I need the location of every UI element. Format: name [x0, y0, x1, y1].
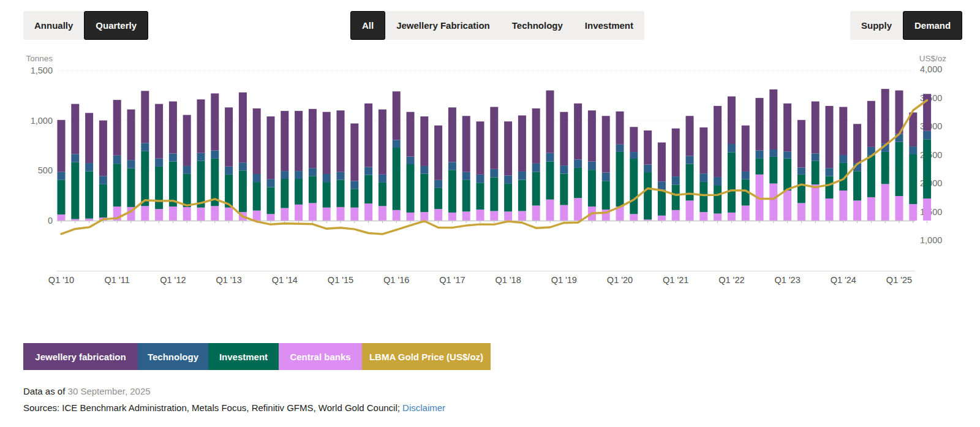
bar-segment	[337, 207, 345, 221]
bar-segment	[155, 209, 163, 221]
bar-segment	[699, 127, 707, 173]
bar-segment	[714, 186, 722, 214]
bar-segment	[839, 107, 847, 155]
bar-segment	[672, 184, 680, 210]
bar-segment	[574, 168, 582, 198]
bar-segment	[728, 144, 736, 152]
bar-segment	[658, 190, 666, 216]
bar-segment	[812, 102, 820, 154]
legend-investment[interactable]: Investment	[208, 343, 279, 370]
bar-segment	[127, 168, 135, 207]
left-axis-title: Tonnes	[26, 54, 53, 63]
legend-jewellery-fabrication[interactable]: Jewellery fabrication	[23, 343, 138, 370]
left-axis-tick: 1,000	[31, 116, 53, 126]
bar-segment	[686, 200, 694, 221]
bar-segment	[839, 155, 847, 163]
data-as-of: Data as of 30 September, 2025	[23, 386, 151, 396]
bar-segment	[239, 170, 247, 212]
legend-lbma-gold-price[interactable]: LBMA Gold Price (US$/oz)	[362, 343, 491, 370]
annually-button[interactable]: Annually	[23, 11, 84, 40]
bar-segment	[756, 158, 764, 175]
bar-segment	[783, 151, 791, 158]
bar-segment	[812, 184, 820, 221]
bar-segment	[699, 182, 707, 212]
x-axis-label: Q1 '20	[607, 275, 633, 285]
bar-segment	[546, 161, 554, 199]
bar-segment	[407, 156, 415, 164]
bar-segment	[323, 182, 331, 208]
bar-segment	[686, 164, 694, 201]
bar-segment	[253, 174, 261, 182]
bar-segment	[58, 214, 66, 221]
bar-segment	[183, 174, 191, 207]
category-all-button[interactable]: All	[350, 11, 385, 40]
bar-segment	[477, 175, 484, 183]
bar-segment	[113, 100, 121, 156]
bar-segment	[797, 120, 805, 168]
bar-segment	[490, 211, 498, 221]
category-jewellery-button[interactable]: Jewellery Fabrication	[385, 11, 501, 40]
x-axis-label: Q1 '13	[216, 275, 241, 285]
bar-segment	[99, 176, 107, 184]
x-axis-label: Q1 '12	[160, 275, 186, 285]
bar-segment	[448, 213, 456, 221]
demand-button[interactable]: Demand	[903, 11, 962, 40]
bar-segment	[379, 183, 386, 206]
left-axis-tick: 500	[38, 165, 53, 175]
bar-segment	[350, 181, 358, 189]
x-axis-label: Q1 '10	[48, 275, 74, 285]
bar-segment	[560, 112, 568, 165]
bar-segment	[797, 203, 805, 221]
bar-segment	[490, 177, 498, 211]
bar-segment	[728, 96, 736, 144]
bar-segment	[281, 171, 288, 179]
bar-segment	[769, 184, 777, 221]
bar-segment	[197, 99, 205, 153]
bar-segment	[420, 116, 428, 166]
flow-toggle-group: Supply Demand	[850, 11, 962, 40]
bar-segment	[909, 154, 917, 204]
disclaimer-link[interactable]: Disclaimer	[402, 402, 445, 413]
bar-segment	[867, 197, 875, 221]
x-axis-label: Q1 '21	[663, 275, 688, 285]
bar-segment	[211, 93, 219, 150]
bar-segment	[323, 174, 331, 182]
bar-segment	[211, 206, 219, 221]
bar-segment	[909, 204, 917, 221]
bar-segment	[462, 211, 470, 221]
bar-segment	[183, 166, 191, 174]
bar-segment	[350, 124, 358, 181]
bar-segment	[281, 208, 288, 221]
bar-segment	[434, 209, 442, 221]
category-technology-button[interactable]: Technology	[501, 11, 574, 40]
category-investment-button[interactable]: Investment	[574, 11, 644, 40]
x-axis-label: Q1 '16	[383, 275, 409, 285]
bar-segment	[393, 140, 401, 148]
x-axis-label: Q1 '24	[831, 275, 856, 285]
bar-segment	[602, 173, 610, 181]
bar-segment	[197, 153, 205, 161]
bar-segment	[881, 89, 889, 143]
bar-segment	[686, 116, 694, 156]
bar-segment	[225, 107, 233, 166]
bar-segment	[85, 219, 93, 221]
bar-segment	[560, 205, 568, 221]
quarterly-button[interactable]: Quarterly	[84, 11, 148, 40]
legend-central-banks[interactable]: Central banks	[279, 343, 362, 370]
legend-technology[interactable]: Technology	[138, 343, 208, 370]
bar-segment	[127, 110, 135, 161]
x-axis-label: Q1 '18	[495, 275, 521, 285]
bar-segment	[546, 91, 554, 153]
supply-button[interactable]: Supply	[850, 11, 903, 40]
bar-segment	[490, 107, 498, 169]
bar-segment	[253, 211, 261, 221]
bar-segment	[71, 154, 79, 162]
bar-segment	[183, 115, 191, 166]
bar-segment	[169, 102, 177, 154]
bar-segment	[253, 108, 261, 174]
bar-segment	[71, 219, 79, 221]
bar-segment	[462, 180, 470, 211]
bar-segment	[742, 172, 750, 179]
bar-segment	[407, 112, 415, 157]
bar-segment	[462, 172, 470, 180]
